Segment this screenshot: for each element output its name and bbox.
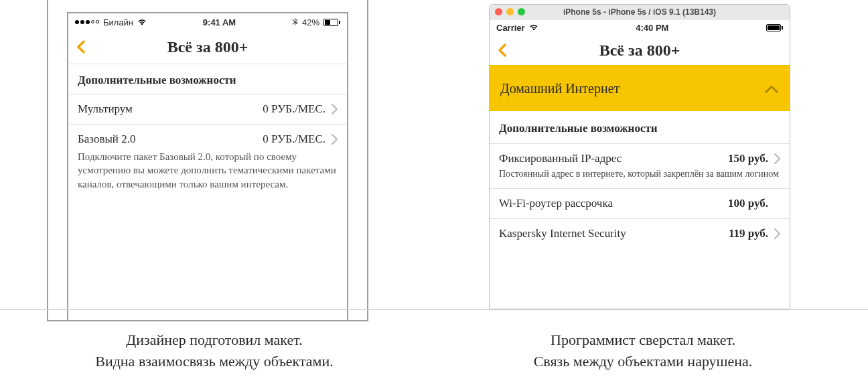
option-price: 0 РУБ./МЕС. [263, 133, 326, 146]
status-bar: Carrier 4:40 PM [490, 19, 790, 35]
option-row-basic[interactable]: Базовый 2.0 0 РУБ./МЕС. Подключите пакет… [68, 125, 347, 199]
option-price: 119 руб. [729, 227, 768, 240]
caption-left: Дизайнер подготовил макет. Видна взаимос… [27, 329, 402, 372]
option-row-fixed-ip[interactable]: Фиксированный IP-адрес 150 руб. Постоянн… [490, 144, 790, 189]
option-price: 100 руб. [728, 197, 768, 210]
simulator-window: iPhone 5s - iPhone 5s / iOS 9.1 (13B143)… [489, 4, 790, 309]
status-bar: Билайн 9:41 AM 42% [68, 13, 347, 31]
option-price: 150 руб. [728, 152, 768, 165]
option-price: 0 РУБ./МЕС. [263, 102, 326, 116]
wifi-icon [137, 18, 147, 26]
section-header: Дополнительные возможности [68, 64, 347, 94]
option-label: Мультирум [78, 102, 133, 116]
option-label: Фиксированный IP-адрес [499, 152, 622, 165]
caption-right: Программист сверстал макет. Связь между … [455, 329, 830, 372]
option-label: Wi-Fi-роутер рассрочка [499, 197, 613, 210]
divider-line [0, 309, 868, 310]
chevron-right-icon [331, 134, 338, 145]
chevron-up-icon [764, 84, 779, 94]
option-label: Kaspersky Internet Security [499, 227, 626, 240]
expander-label: Домашний Интернет [500, 81, 620, 96]
option-row-kaspersky[interactable]: Kaspersky Internet Security 119 руб. [490, 219, 790, 248]
option-row-wifi-router[interactable]: Wi-Fi-роутер рассрочка 100 руб. [490, 189, 790, 219]
wifi-icon [529, 23, 538, 31]
designer-screen: Билайн 9:41 AM 42% Всё за 800+ Дополните… [67, 12, 348, 321]
option-description: Постоянный адрес в интернете, который за… [499, 168, 780, 180]
section-header: Дополнительные возможности [490, 111, 790, 144]
option-label: Базовый 2.0 [78, 133, 135, 146]
chevron-right-icon [774, 228, 780, 239]
window-title: iPhone 5s - iPhone 5s / iOS 9.1 (13B143) [490, 7, 790, 17]
battery-icon [323, 19, 340, 26]
mac-titlebar: iPhone 5s - iPhone 5s / iOS 9.1 (13B143) [490, 5, 790, 19]
back-icon[interactable] [495, 42, 511, 58]
expander-home-internet[interactable]: Домашний Интернет [490, 66, 790, 111]
designer-phone-frame: Билайн 9:41 AM 42% Всё за 800+ Дополните… [47, 0, 368, 321]
carrier-label: Carrier [496, 23, 525, 33]
bluetooth-icon [292, 18, 298, 27]
option-row-multiroom[interactable]: Мультирум 0 РУБ./МЕС. [68, 94, 347, 125]
battery-icon [766, 24, 783, 31]
chevron-right-icon [331, 104, 338, 114]
chevron-right-icon [774, 153, 780, 164]
status-time: 9:41 AM [203, 17, 236, 27]
option-description: Подключите пакет Базовый 2.0, который по… [78, 150, 338, 191]
nav-bar: Всё за 800+ [490, 35, 790, 66]
nav-bar: Всё за 800+ [68, 31, 347, 64]
status-time: 4:40 PM [636, 23, 668, 33]
page-title: Всё за 800+ [167, 38, 248, 56]
carrier-label: Билайн [103, 17, 133, 27]
back-icon[interactable] [74, 39, 90, 55]
battery-percent: 42% [302, 17, 319, 27]
page-title: Всё за 800+ [599, 42, 680, 60]
signal-dots-icon [75, 20, 99, 24]
